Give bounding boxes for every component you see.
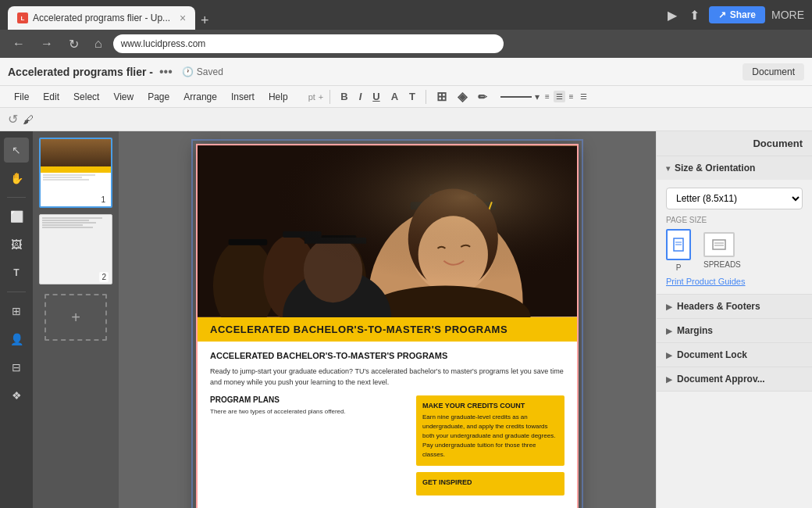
align-buttons: ≡ ☰ ≡ ☰ <box>543 91 589 102</box>
program-plans-body: There are two types of accelerated plans… <box>210 407 407 417</box>
menu-view[interactable]: View <box>107 89 140 105</box>
landscape-option[interactable]: SPREADS <box>697 232 741 269</box>
menu-insert[interactable]: Insert <box>225 89 261 105</box>
active-tab[interactable]: L Accelerated programs flier - Up... × <box>8 6 195 30</box>
document-intro: Ready to jump-start your graduate educat… <box>210 367 564 388</box>
add-page-button[interactable]: + <box>45 294 107 341</box>
section-title-margins: Margins <box>677 325 713 336</box>
headers-footers-header[interactable]: ▶ Headers & Footers <box>657 295 812 318</box>
select-tool[interactable]: ↖ <box>4 138 29 163</box>
margins-header[interactable]: ▶ Margins <box>657 319 812 342</box>
home-button[interactable]: ⌂ <box>90 34 107 54</box>
format-toolbar: pt + B I U A T ⊞ ◈ ✏ ▾ ≡ ☰ ≡ ☰ <box>308 88 589 106</box>
font-color-button[interactable]: A <box>387 89 402 104</box>
font-size-display: pt <box>308 92 315 102</box>
refresh-button[interactable]: ↻ <box>64 34 84 55</box>
component-tool[interactable]: ❖ <box>4 383 29 408</box>
menu-page[interactable]: Page <box>141 89 176 105</box>
section-arrow-right4: ▶ <box>666 375 672 384</box>
people-tool[interactable]: 👤 <box>4 327 29 352</box>
document-title: Accelerated programs flier - <box>8 66 153 78</box>
align-right-button[interactable]: ≡ <box>567 91 576 102</box>
align-center-button[interactable]: ☰ <box>554 91 565 102</box>
headers-footers-section: ▶ Headers & Footers <box>657 295 812 319</box>
menu-edit[interactable]: Edit <box>37 89 66 105</box>
panel-header: Document <box>657 131 812 156</box>
spreads-label: SPREADS <box>703 260 741 269</box>
align-left-button[interactable]: ≡ <box>543 91 552 102</box>
section-title-approvals: Document Approv... <box>677 374 765 385</box>
upload-button[interactable]: ⬆ <box>686 5 703 26</box>
undo-button[interactable]: ↺ <box>8 112 18 127</box>
section-title-lock: Document Lock <box>677 349 747 360</box>
section-title-headers: Headers & Footers <box>677 301 760 312</box>
edit-button[interactable]: ✏ <box>474 89 491 105</box>
page-1-number: 1 <box>98 195 108 205</box>
document-main-title: ACCELERATED BACHELOR'S-TO-MASTER'S PROGR… <box>210 351 564 360</box>
document-body: ACCELERATED BACHELOR'S-TO-MASTER'S PROGR… <box>198 342 577 508</box>
document-approvals-header[interactable]: ▶ Document Approv... <box>657 367 812 391</box>
menu-help[interactable]: Help <box>262 89 294 105</box>
text-tool[interactable]: T <box>4 260 29 285</box>
credits-box-title: MAKE YOUR CREDITS COUNT <box>422 402 558 410</box>
fill-button[interactable]: ◈ <box>454 88 471 106</box>
document-page: ACCELERATED BACHELOR'S-TO-MASTER'S PROGR… <box>196 144 579 508</box>
menu-file[interactable]: File <box>8 89 35 105</box>
page-2-number: 2 <box>99 272 109 282</box>
portrait-option[interactable]: P <box>666 229 691 272</box>
tool-sidebar: ↖ ✋ ⬜ 🖼 T ⊞ 👤 ⊟ ❖ <box>0 131 33 508</box>
bold-button[interactable]: B <box>337 89 351 104</box>
print-guides-link[interactable]: Print Product Guides <box>666 277 803 286</box>
banner-text: ACCELERATED BACHELOR'S-TO-MASTER'S PROGR… <box>210 324 564 335</box>
page-2-thumbnail[interactable]: 2 <box>39 214 112 284</box>
text-style-button[interactable]: T <box>405 89 419 104</box>
document-left-column: PROGRAM PLANS There are two types of acc… <box>210 395 407 502</box>
menu-select[interactable]: Select <box>67 89 105 105</box>
toolbar-divider <box>329 90 330 104</box>
table-tool[interactable]: ⊞ <box>4 299 29 324</box>
document-lock-header[interactable]: ▶ Document Lock <box>657 343 812 367</box>
inspired-box-title: GET INSPIRED <box>422 478 558 486</box>
size-orientation-header[interactable]: ▾ Size & Orientation <box>657 156 812 180</box>
image-tool[interactable]: 🖼 <box>4 232 29 257</box>
page-1-thumbnail[interactable]: 1 <box>39 138 112 208</box>
section-title-size: Size & Orientation <box>675 163 755 174</box>
tab-close-button[interactable]: × <box>180 12 186 24</box>
document-panel-button[interactable]: Document <box>743 63 804 80</box>
frame-button[interactable]: ⊞ <box>433 88 451 106</box>
menu-arrange[interactable]: Arrange <box>177 89 223 105</box>
paint-format-button[interactable]: 🖌 <box>23 113 34 126</box>
document-menu-button[interactable]: ••• <box>159 65 173 79</box>
document-right-column: MAKE YOUR CREDITS COUNT Earn nine gradua… <box>416 395 564 502</box>
canvas-area: ACCELERATED BACHELOR'S-TO-MASTER'S PROGR… <box>119 131 656 508</box>
saved-text: Saved <box>197 66 223 77</box>
more-button[interactable]: MORE <box>771 9 804 21</box>
landscape-icon <box>703 232 735 257</box>
share-button[interactable]: ↗ Share <box>709 6 765 23</box>
shape-tool[interactable]: ⬜ <box>4 204 29 229</box>
play-button[interactable]: ▶ <box>664 5 680 26</box>
secondary-toolbar: ↺ 🖌 <box>0 108 812 131</box>
portrait-svg <box>673 238 684 252</box>
address-bar[interactable]: www.lucidpress.com <box>113 34 504 53</box>
tab-favicon: L <box>17 13 28 23</box>
page-size-section: PAGE SIZE P <box>666 216 803 272</box>
line-dropdown[interactable]: ▾ <box>535 91 540 102</box>
share-icon: ↗ <box>718 9 726 20</box>
forward-button[interactable]: → <box>36 34 58 54</box>
underline-button[interactable]: U <box>369 89 383 104</box>
italic-button[interactable]: I <box>355 89 366 104</box>
grid-tool[interactable]: ⊟ <box>4 355 29 380</box>
margins-section: ▶ Margins <box>657 319 812 343</box>
page-size-select[interactable]: Letter (8.5x11) <box>666 188 803 209</box>
share-label: Share <box>730 9 756 20</box>
browser-tabs: L Accelerated programs flier - Up... × + <box>8 0 214 30</box>
tab-title: Accelerated programs flier - Up... <box>33 13 170 23</box>
section-arrow-down: ▾ <box>666 164 670 173</box>
align-justify-button[interactable]: ☰ <box>578 91 589 102</box>
new-tab-button[interactable]: + <box>195 11 214 30</box>
inspired-box: GET INSPIRED <box>416 472 564 495</box>
hand-tool[interactable]: ✋ <box>4 166 29 191</box>
font-size-adjust: + <box>319 92 323 102</box>
back-button[interactable]: ← <box>8 34 30 54</box>
